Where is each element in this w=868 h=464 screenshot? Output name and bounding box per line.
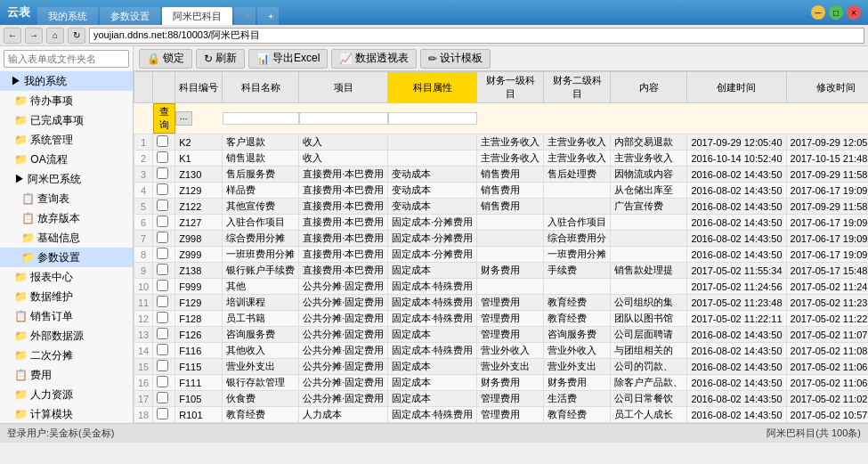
table-row[interactable]: 17F105伙食费公共分摊·固定费用固定成本管理费用生活费公司日常餐饮2016-…: [134, 391, 869, 407]
table-row[interactable]: 11F129培训课程公共分摊·固定费用固定成本·特殊费用管理费用教育经费公司组织…: [134, 295, 869, 311]
col-modify-time: 修改时间: [786, 72, 868, 103]
table-row[interactable]: 15F115营业外支出公共分摊·固定费用固定成本营业外支出营业外支出公司的罚款、…: [134, 359, 869, 375]
lock-button[interactable]: 🔒 锁定: [139, 49, 192, 69]
sidebar-item-my-system[interactable]: ▶ 我的系统: [0, 71, 133, 91]
row-checkbox[interactable]: [157, 312, 168, 323]
table-row[interactable]: 8Z999一班班费用分摊直接费用·本巴费用固定成本·分摊费用一班费用分摊2016…: [134, 247, 869, 263]
sidebar-item-data-maintain[interactable]: 📁 数据维护: [0, 287, 133, 306]
table-cell: 教育经费: [223, 407, 299, 423]
search-name[interactable]: [223, 103, 299, 134]
sidebar-item-query-table[interactable]: 📋 查询表: [0, 189, 133, 208]
design-template-button[interactable]: ✏ 设计模板: [420, 49, 491, 69]
row-checkbox[interactable]: [157, 151, 168, 163]
row-checkbox[interactable]: [157, 296, 168, 307]
tab-close[interactable]: ×: [234, 7, 256, 25]
url-bar[interactable]: [89, 28, 864, 44]
sidebar-item-report-center[interactable]: 📁 报表中心: [0, 267, 133, 287]
sidebar-item-secondary-alloc[interactable]: 📁 二次分摊: [0, 346, 133, 365]
row-checkbox[interactable]: [157, 328, 168, 339]
table-row[interactable]: 2K1销售退款收入主营业务收入主营业务收入主营业务收入2016-10-14 10…: [134, 151, 869, 167]
maximize-button[interactable]: □: [829, 5, 843, 20]
pivot-table-button[interactable]: 📈 数据透视表: [331, 49, 417, 69]
table-cell: 一班班费用分摊: [223, 247, 299, 263]
refresh-button[interactable]: ↻: [68, 28, 85, 44]
search-button[interactable]: 查询: [153, 103, 175, 134]
table-cell: 咨询服务费: [223, 327, 299, 343]
tab-params[interactable]: 参数设置: [100, 7, 160, 25]
sidebar-item-abandon-version[interactable]: 📋 放弃版本: [0, 208, 133, 228]
export-excel-button[interactable]: 📊 导出Excel: [248, 49, 328, 69]
table-row[interactable]: 19Z140外部服务费直接费用·本巴费用固定成本管理费用运营所需外部2017-0…: [134, 423, 869, 424]
tab-add[interactable]: +: [257, 7, 279, 25]
back-button[interactable]: ←: [4, 28, 21, 44]
table-cell: 2017-05-02 11:22:46: [786, 311, 868, 327]
table-row[interactable]: 12F128员工书籍公共分摊·固定费用固定成本·特殊费用管理费用教育经费团队以图…: [134, 311, 869, 327]
table-row[interactable]: 5Z122其他宣传费直接费用·本巴费用变动成本销售费用广告宣传费2016-08-…: [134, 199, 869, 215]
row-checkbox[interactable]: [157, 183, 168, 195]
row-checkbox[interactable]: [157, 216, 168, 227]
tab-system[interactable]: 我的系统: [37, 7, 98, 25]
row-checkbox[interactable]: [157, 248, 168, 259]
minimize-button[interactable]: ─: [811, 5, 825, 20]
row-checkbox[interactable]: [157, 232, 168, 243]
home-button[interactable]: ⌂: [46, 28, 64, 44]
table-cell: 变动成本: [388, 183, 477, 199]
table-cell: 公共分摊·固定费用: [299, 311, 388, 327]
search-attr[interactable]: [388, 103, 477, 134]
sidebar-item-hr[interactable]: 📁 人力资源: [0, 385, 133, 404]
table-row[interactable]: 9Z138银行账户手续费直接费用·本巴费用固定成本财务费用手续费销售款处理提20…: [134, 263, 869, 279]
table-cell: 8: [134, 247, 153, 263]
table-row[interactable]: 14F116其他收入公共分摊·固定费用固定成本·特殊费用营业外收入营业外收入与团…: [134, 343, 869, 359]
row-checkbox[interactable]: [157, 360, 168, 371]
sidebar-search-input[interactable]: [4, 50, 129, 68]
table-row[interactable]: 6Z127入驻合作项目直接费用·本巴费用固定成本·分摊费用入驻合作项目2016-…: [134, 215, 869, 231]
refresh-data-button[interactable]: ↻ 刷新: [196, 49, 245, 69]
table-cell: 管理费用: [477, 311, 544, 327]
table-cell: [153, 215, 175, 231]
table-row[interactable]: 3Z130售后服务费直接费用·本巴费用变动成本销售费用售后处理费因物流或内容20…: [134, 167, 869, 183]
table-row[interactable]: 13F126咨询服务费公共分摊·固定费用固定成本管理费用咨询服务费公司层面聘请2…: [134, 327, 869, 343]
table-cell: [153, 295, 175, 311]
table-cell: 2017-05-02 10:57:59: [687, 423, 786, 424]
table-container[interactable]: 科目编号 科目名称 项目 科目属性 财务一级科目 财务二级科目 内容 创建时间 …: [134, 71, 868, 423]
table-row[interactable]: 18R101教育经费人力成本固定成本·特殊费用管理费用教育经费员工个人成长201…: [134, 407, 869, 423]
close-button[interactable]: ×: [847, 5, 861, 20]
row-checkbox[interactable]: [157, 280, 168, 291]
table-cell: 2017-06-17 19:09:24: [786, 247, 868, 263]
table-cell: [477, 279, 544, 295]
sidebar-item-completed[interactable]: 📁 已完成事项: [0, 110, 133, 130]
table-cell: 售后服务费: [223, 167, 299, 183]
sidebar-item-expense[interactable]: 📋 费用: [0, 365, 133, 385]
sidebar-item-system-mgmt[interactable]: 📁 系统管理: [0, 130, 133, 150]
sidebar-item-oa[interactable]: 📁 OA流程: [0, 150, 133, 169]
sidebar-item-param-settings[interactable]: 📁 参数设置: [0, 248, 133, 267]
sidebar-item-sales-order[interactable]: 📋 销售订单: [0, 306, 133, 326]
table-row[interactable]: 7Z998综合费用分摊直接费用·本巴费用固定成本·分摊费用综合班费用分2016-…: [134, 231, 869, 247]
refresh-icon: ↻: [204, 53, 213, 65]
row-checkbox[interactable]: [157, 264, 168, 275]
table-cell: 2016-08-02 14:43:50: [687, 167, 786, 183]
table-row[interactable]: 1K2客户退款收入主营业务收入主营业务收入内部交易退款2017-09-29 12…: [134, 134, 869, 151]
row-checkbox[interactable]: [157, 408, 168, 419]
table-cell: 2016-08-02 14:43:50: [687, 359, 786, 375]
table-row[interactable]: 4Z129样品费直接费用·本巴费用变动成本销售费用从仓储出库至2016-08-0…: [134, 183, 869, 199]
sidebar-item-calc-module[interactable]: 📁 计算模块: [0, 404, 133, 423]
row-checkbox[interactable]: [157, 392, 168, 403]
table-cell: 15: [134, 359, 153, 375]
row-checkbox[interactable]: [157, 135, 168, 147]
sidebar-item-amiba-system[interactable]: ▶ 阿米巴系统: [0, 169, 133, 189]
row-checkbox[interactable]: [157, 199, 168, 211]
sidebar-item-basic-info[interactable]: 📁 基础信息: [0, 228, 133, 248]
row-checkbox[interactable]: [157, 167, 168, 179]
tab-amiba[interactable]: 阿米巴科目: [162, 7, 232, 25]
table-row[interactable]: 10F999其他公共分摊·固定费用固定成本·特殊费用2017-05-02 11:…: [134, 279, 869, 295]
row-checkbox[interactable]: [157, 344, 168, 355]
search-project[interactable]: [299, 103, 388, 134]
table-row[interactable]: 16F111银行存款管理公共分摊·固定费用固定成本财务费用财务费用除客户产品款、…: [134, 375, 869, 391]
row-checkbox[interactable]: [157, 376, 168, 387]
forward-button[interactable]: →: [25, 28, 43, 44]
table-cell: Z127: [175, 215, 223, 231]
sidebar-item-pending[interactable]: 📁 待办事项: [0, 91, 133, 110]
more-button[interactable]: ···: [175, 111, 192, 126]
sidebar-item-external-data[interactable]: 📁 外部数据源: [0, 326, 133, 346]
